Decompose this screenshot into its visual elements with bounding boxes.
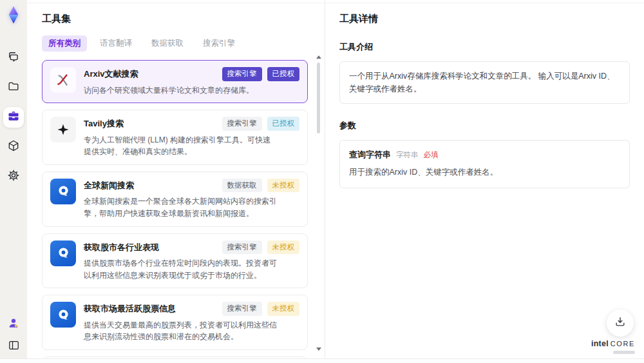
auth-status-badge: 未授权 <box>267 302 300 316</box>
params-section-title: 参数 <box>339 120 630 132</box>
arxiv-logo-icon <box>50 67 76 93</box>
tool-intro-text: 一个用于从Arxiv存储库搜索科学论文和文章的工具。 输入可以是Arxiv ID… <box>339 61 630 104</box>
list-scrollbar[interactable] <box>316 55 321 351</box>
tool-card-1[interactable]: Arxiv文献搜索 搜索引擎 已授权 访问各个研究领域大量科学论文和文章的存储库… <box>42 60 308 103</box>
sidebar-item-settings[interactable] <box>3 166 24 187</box>
auth-status-badge: 已授权 <box>267 117 300 131</box>
user-avatar-button[interactable] <box>5 316 23 333</box>
sidebar-item-files[interactable] <box>3 77 24 98</box>
cube-icon <box>7 139 20 155</box>
param-type: 字符串 <box>396 150 419 160</box>
briefcase-icon <box>7 110 20 125</box>
tool-name: 全球新闻搜索 <box>84 179 217 191</box>
tool-description: 专为人工智能代理 (LLM) 构建的搜索引擎工具。可快速提供实时、准确和真实的结… <box>84 134 277 158</box>
scrollbar-thumb[interactable] <box>317 63 320 133</box>
auth-status-badge: 未授权 <box>267 179 300 193</box>
tool-list-panel: 工具集 所有类别 语言翻译 数据获取 搜索引擎 Arxiv文献搜索 搜索引擎 已… <box>27 0 325 358</box>
intel-wordmark: intel <box>591 339 609 348</box>
tool-name: 获取市场最活跃股票信息 <box>84 302 217 315</box>
sidebar-item-toolbox[interactable] <box>3 107 24 128</box>
sidebar-item-chat[interactable] <box>3 48 24 68</box>
download-button[interactable] <box>607 309 634 337</box>
param-header: 查询字符串 字符串 必填 <box>349 149 620 161</box>
tab-language-translation[interactable]: 语言翻译 <box>93 35 138 52</box>
intel-core-badge: intelCORE <box>591 337 635 354</box>
tool-card-2[interactable]: Tavily搜索 搜索引擎 已授权 专为人工智能代理 (LLM) 构建的搜索引擎… <box>42 110 308 165</box>
sidebar-nav <box>3 48 24 187</box>
app-window: 工具集 所有类别 语言翻译 数据获取 搜索引擎 Arxiv文献搜索 搜索引擎 已… <box>0 0 644 359</box>
tool-card-4[interactable]: 获取股市各行业表现 搜索引擎 未授权 提供股票市场各个行业在特定时间段内的表现。… <box>42 233 308 289</box>
tab-all-categories[interactable]: 所有类别 <box>42 35 87 52</box>
chat-icon <box>7 50 20 66</box>
core-wordmark: CORE <box>611 340 635 348</box>
tool-description: 访问各个研究领域大量科学论文和文章的存储库。 <box>84 84 277 97</box>
tool-list: Arxiv文献搜索 搜索引擎 已授权 访问各个研究领域大量科学论文和文章的存储库… <box>42 60 316 358</box>
tool-description: 提供股票市场各个行业在特定时间段内的表现。投资者可以利用这些信息来识别表现优于或… <box>84 257 277 281</box>
intel-badge-subline <box>613 351 635 354</box>
tool-name: Arxiv文献搜索 <box>84 67 217 80</box>
tool-description: 全球新闻搜索是一个聚合全球各大新闻网站内容的搜索引擎，帮助用户快速获取全球最新资… <box>84 195 277 219</box>
tab-search-engine[interactable]: 搜索引擎 <box>196 35 242 52</box>
collapse-panel-icon <box>8 339 20 354</box>
tool-name: 获取股市各行业表现 <box>84 240 217 253</box>
tab-data-fetching[interactable]: 数据获取 <box>145 35 190 52</box>
tool-card-6[interactable]: 万维地区新闻查询 搜索引擎 未授权 查询具体行政区划内的新闻，快速了解各地新闻动 <box>42 357 308 358</box>
avatar-icon <box>7 317 20 332</box>
page-title: 工具集 <box>42 13 316 25</box>
param-description: 用于搜索的Arxiv ID、关键字或作者姓名。 <box>349 167 620 178</box>
app-logo-diamond-icon <box>4 5 23 25</box>
sidebar-item-packages[interactable] <box>3 137 24 157</box>
auth-status-badge: 已授权 <box>267 67 300 81</box>
collapse-sidebar-button[interactable] <box>5 338 23 355</box>
category-badge: 搜索引擎 <box>222 240 262 255</box>
four-point-star-icon <box>50 117 76 142</box>
param-card: 查询字符串 字符串 必填 用于搜索的Arxiv ID、关键字或作者姓名。 <box>339 140 630 188</box>
tool-card-3[interactable]: 全球新闻搜索 数据获取 未授权 全球新闻搜索是一个聚合全球各大新闻网站内容的搜索… <box>42 172 308 227</box>
scroll-up-arrow-icon[interactable] <box>316 55 321 59</box>
param-required-badge: 必填 <box>424 150 439 160</box>
tool-description: 提供当天交易量最高的股票列表，投资者可以利用这些信息来识别流动性强的股票和潜在的… <box>84 319 277 343</box>
category-tabs: 所有类别 语言翻译 数据获取 搜索引擎 <box>42 35 316 52</box>
category-badge: 数据获取 <box>222 179 262 193</box>
intro-section-title: 工具介绍 <box>339 41 630 53</box>
gear-icon <box>7 169 20 184</box>
news-search-icon <box>50 240 76 266</box>
tool-name: Tavily搜索 <box>84 117 217 130</box>
window-top-divider <box>27 3 644 3</box>
sidebar <box>0 0 27 358</box>
news-search-icon <box>50 302 76 328</box>
tool-detail-panel: 工具详情 工具介绍 一个用于从Arxiv存储库搜索科学论文和文章的工具。 输入可… <box>325 0 644 358</box>
category-badge: 搜索引擎 <box>222 302 262 316</box>
param-name: 查询字符串 <box>349 149 391 161</box>
category-badge: 搜索引擎 <box>222 67 262 81</box>
download-icon <box>614 315 627 331</box>
sidebar-bottom <box>5 316 23 356</box>
detail-title: 工具详情 <box>339 13 630 25</box>
scroll-down-arrow-icon[interactable] <box>316 348 321 351</box>
category-badge: 搜索引擎 <box>222 117 262 131</box>
tool-card-5[interactable]: 获取市场最活跃股票信息 搜索引擎 未授权 提供当天交易量最高的股票列表，投资者可… <box>42 295 308 350</box>
news-search-icon <box>50 179 76 204</box>
auth-status-badge: 未授权 <box>267 240 300 255</box>
folder-icon <box>7 80 20 95</box>
